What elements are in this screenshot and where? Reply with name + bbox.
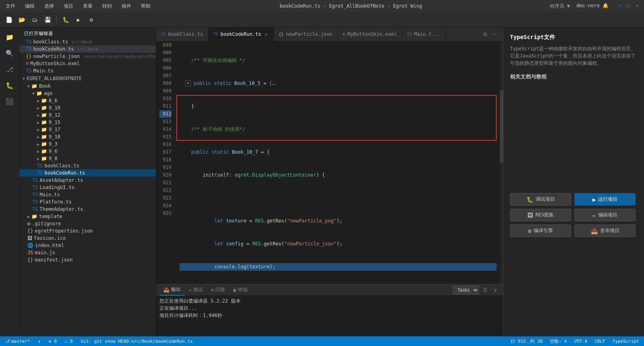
- console-expand-icon[interactable]: ∨: [491, 286, 500, 295]
- console-toolbar: Tasks ☰ ∨: [453, 286, 500, 295]
- tasks-select[interactable]: Tasks: [453, 286, 479, 295]
- status-language[interactable]: TypeScript: [611, 338, 641, 344]
- compile-engine-button[interactable]: ⚙ 编译引擎: [510, 224, 571, 237]
- status-eol[interactable]: CRLF: [593, 338, 607, 344]
- tree-maints[interactable]: TS Main.ts: [19, 191, 156, 198]
- search-icon[interactable]: 🔍: [3, 47, 16, 60]
- tree-main-js[interactable]: JS main.js: [19, 249, 156, 256]
- tree-9-3[interactable]: ▶ 📁 9_3: [19, 140, 156, 148]
- status-git-branch[interactable]: ⎇ master*: [3, 339, 31, 344]
- code-line-906: /** 粒子动画 的使用*/: [180, 126, 497, 133]
- menu-select[interactable]: 选择: [43, 2, 56, 10]
- menu-edit[interactable]: 编辑: [23, 2, 36, 10]
- tree-ago-folder[interactable]: ▼ 📁 ago: [19, 90, 156, 97]
- tree-bookclass-ts[interactable]: TS bookClass.ts: [19, 162, 156, 169]
- tree-9-17[interactable]: ▶ 📁 9_17: [19, 126, 156, 133]
- console-msg-3: 项目共计编译耗时：1.946秒: [159, 312, 500, 319]
- minimap-thumb[interactable]: [500, 90, 503, 163]
- extensions-icon[interactable]: ⬛: [3, 95, 16, 108]
- settings-button[interactable]: ⚙: [86, 14, 97, 25]
- console-tab-terminal[interactable]: ▣ 终端: [229, 284, 251, 296]
- code-content[interactable]: /** 可视化动画编辑 */ + public static Book_10_5…: [176, 41, 500, 284]
- tree-9-12[interactable]: ▶ 📁 9_12: [19, 111, 156, 119]
- run-project-button[interactable]: ▶ 运行项目: [574, 193, 636, 206]
- tree-9-8[interactable]: ▶ 📁 9_8: [19, 155, 156, 162]
- tree-loadingui[interactable]: TS LoadingUI.ts: [19, 184, 156, 191]
- window-controls[interactable]: 程序员 ▼ dmc-nero 🔔 ─ □ ✕: [550, 3, 640, 10]
- open-file-button[interactable]: 📂: [16, 14, 27, 25]
- status-line-col[interactable]: 行 912，列 38: [509, 338, 544, 344]
- tree-manifest-json[interactable]: {} manifest.json: [19, 256, 156, 264]
- status-encoding[interactable]: UTF-8: [572, 338, 589, 344]
- menu-bar[interactable]: 文件 编辑 选择 项目 查看 转到 插件 帮助: [4, 2, 152, 10]
- console-tab-problems[interactable]: ⊗ 问题: [207, 284, 229, 296]
- open-files-header: 已打开编辑器: [19, 27, 156, 38]
- tab-bookclass[interactable]: TS bookClass.ts: [156, 27, 208, 41]
- json-tab-icon: {}: [279, 32, 283, 37]
- menu-project[interactable]: 项目: [62, 2, 75, 10]
- git-icon[interactable]: ⎇: [3, 63, 16, 76]
- save-button[interactable]: 💾: [42, 14, 53, 25]
- status-warnings[interactable]: ⚠ 0: [63, 339, 74, 344]
- open-file-bookcoderun[interactable]: TS bookCodeRun.ts src\Book: [19, 45, 156, 53]
- tree-bookcoderun-ts[interactable]: TS bookCodeRun.ts: [19, 169, 156, 177]
- res-atlas-button[interactable]: 🖼 RES图集: [510, 209, 571, 221]
- tree-book-folder[interactable]: ▼ 📁 Book: [19, 82, 156, 90]
- xml-tab-icon: ⌑: [343, 32, 345, 37]
- tab-maints[interactable]: TS Main.t...: [402, 27, 446, 41]
- tree-8-6[interactable]: ▶ 📁 8_6: [19, 97, 156, 104]
- menu-file[interactable]: 文件: [4, 2, 17, 10]
- run-button[interactable]: ▶: [73, 14, 84, 25]
- tab-close-bookcoderun[interactable]: ✕: [264, 31, 268, 37]
- tab-mybuttonskin[interactable]: ⌑ MyButtonSkin.exml: [338, 27, 402, 41]
- open-file-maints[interactable]: TS Main.ts: [19, 67, 156, 74]
- tree-platform[interactable]: TS Platform.ts: [19, 198, 156, 206]
- maximize-button[interactable]: □: [625, 3, 631, 8]
- open-file-mybuttonskin[interactable]: ⌑ MyButtonSkin.exml: [19, 60, 156, 67]
- edit-project-button[interactable]: ✏ 编辑项目: [574, 209, 636, 221]
- menu-plugins[interactable]: 插件: [120, 2, 133, 10]
- tree-favicon[interactable]: 🖼 favicon.ico: [19, 235, 156, 242]
- console-tabs: 📤 输出 ✳ 测试 ⊗ 问题 ▣ 终端: [156, 284, 503, 296]
- console-list-icon[interactable]: ☰: [481, 286, 489, 295]
- console-tab-output[interactable]: 📤 输出: [159, 284, 185, 296]
- menu-help[interactable]: 帮助: [139, 2, 152, 10]
- minimap[interactable]: [500, 41, 503, 284]
- tree-themeadapter[interactable]: TS ThemeAdapter.ts: [19, 206, 156, 213]
- status-spaces[interactable]: 空格: 4: [548, 338, 568, 344]
- new-file-button[interactable]: 📄: [3, 14, 14, 25]
- status-errors[interactable]: ⊗ 0: [47, 339, 58, 344]
- split-editor-button[interactable]: ⧉: [481, 30, 489, 39]
- menu-view[interactable]: 查看: [81, 2, 94, 10]
- tree-9-15[interactable]: ▶ 📁 9_15: [19, 119, 156, 126]
- debug-activity-icon[interactable]: 🐛: [3, 79, 16, 92]
- tree-index-html[interactable]: 🌐 index.html: [19, 242, 156, 249]
- open-file-newparticle[interactable]: {} newParticle.json resource\assets\myAs…: [19, 53, 156, 60]
- minimize-button[interactable]: ─: [617, 3, 622, 8]
- title-bar: 文件 编辑 选择 项目 查看 转到 插件 帮助 bookCodeRun.ts -…: [0, 0, 644, 12]
- tree-9-6[interactable]: ▶ 📁 9_6: [19, 148, 156, 155]
- debug-button[interactable]: 🐛: [60, 14, 71, 25]
- open-file-bookclass[interactable]: TS bookClass.ts src\Book: [19, 38, 156, 45]
- tree-assetadapter[interactable]: TS AssetAdapter.ts: [19, 177, 156, 184]
- more-actions-button[interactable]: ···: [491, 30, 500, 39]
- explorer-icon[interactable]: 📁: [3, 31, 16, 43]
- tree-template[interactable]: ▶ 📁 template: [19, 213, 156, 220]
- tab-bookcoderun[interactable]: TS bookCodeRun.ts ✕: [208, 27, 274, 41]
- open-folder-button[interactable]: 🗂: [29, 14, 40, 25]
- project-header[interactable]: ▼ EGRET_ALLBOOKOFNOTE: [19, 74, 156, 82]
- tree-gitignore[interactable]: ⚙ .gitignore: [19, 220, 156, 227]
- tree-9-10[interactable]: ▶ 📁 9_10: [19, 104, 156, 111]
- tree-egretprops[interactable]: {} egretProperties.json: [19, 227, 156, 235]
- right-panel: TypeScript文件 TypeScript是一种由微软开发的自由和开源的编程…: [503, 27, 644, 336]
- tab-newparticle[interactable]: {} newParticle.json: [274, 27, 338, 41]
- menu-goto[interactable]: 转到: [101, 2, 114, 10]
- line-numbers: 899 900 905 906 907 908 909 910 911 912 …: [156, 41, 176, 284]
- console-tab-test[interactable]: ✳ 测试: [185, 284, 207, 296]
- publish-project-button[interactable]: 📤 发布项目: [574, 224, 636, 237]
- status-sync[interactable]: ↕: [36, 339, 42, 344]
- debug-project-button[interactable]: 🐛 调试项目: [510, 193, 571, 206]
- close-button[interactable]: ✕: [634, 3, 640, 8]
- ts-file-icon: TS: [26, 39, 31, 45]
- tree-9-18[interactable]: ▶ 📁 9_18: [19, 133, 156, 140]
